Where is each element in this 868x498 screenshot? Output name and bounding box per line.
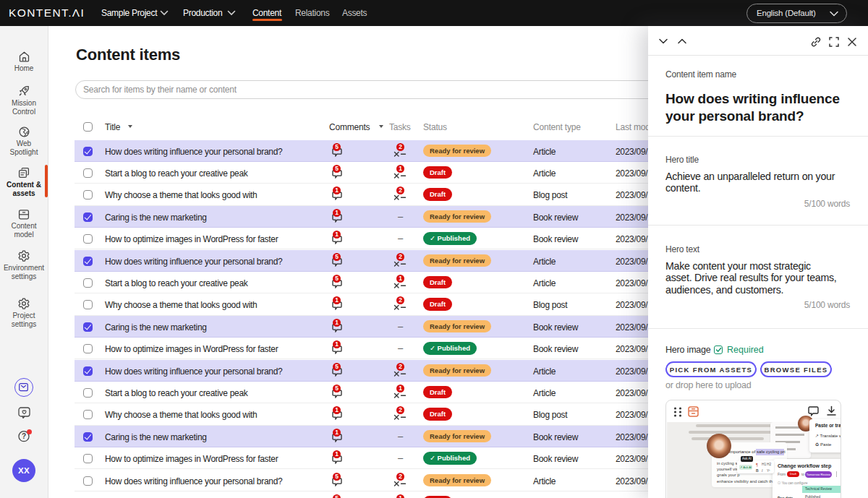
svg-text:?: ? <box>22 432 26 440</box>
